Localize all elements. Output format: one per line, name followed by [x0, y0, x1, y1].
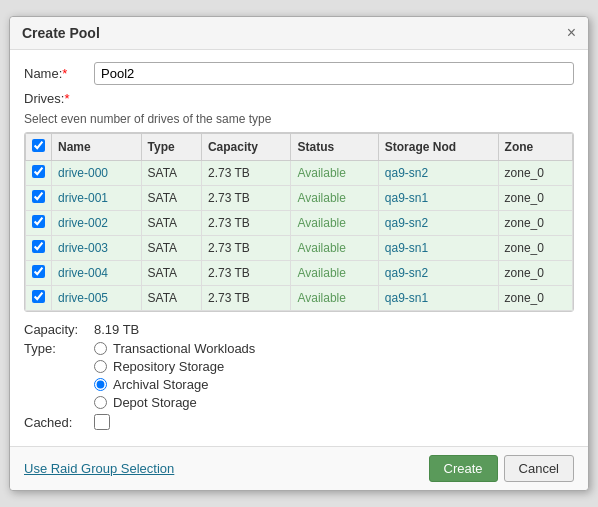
header-checkbox-cell — [26, 134, 52, 161]
row-storage-node: qa9-sn1 — [378, 236, 498, 261]
type-radio-row-repository: Repository Storage — [94, 359, 255, 374]
row-capacity: 2.73 TB — [201, 161, 291, 186]
row-zone: zone_0 — [498, 261, 572, 286]
row-type: SATA — [141, 236, 201, 261]
name-row: Name:* — [24, 62, 574, 85]
header-capacity: Capacity — [201, 134, 291, 161]
row-zone: zone_0 — [498, 286, 572, 311]
row-checkbox-0[interactable] — [32, 165, 45, 178]
create-button[interactable]: Create — [429, 455, 498, 482]
row-zone: zone_0 — [498, 236, 572, 261]
header-status: Status — [291, 134, 378, 161]
header-zone: Zone — [498, 134, 572, 161]
name-label: Name:* — [24, 66, 94, 81]
row-checkbox-cell — [26, 186, 52, 211]
type-radio-label-archival: Archival Storage — [113, 377, 208, 392]
dialog-footer: Use Raid Group Selection Create Cancel — [10, 446, 588, 490]
capacity-label: Capacity: — [24, 322, 94, 337]
table-header-row: Name Type Capacity Status Storage Nod Zo… — [26, 134, 573, 161]
row-name: drive-002 — [52, 211, 142, 236]
type-row: Type: Transactional Workloads Repository… — [24, 341, 574, 410]
row-storage-node: qa9-sn1 — [378, 286, 498, 311]
row-name: drive-004 — [52, 261, 142, 286]
row-status: Available — [291, 236, 378, 261]
row-type: SATA — [141, 186, 201, 211]
row-zone: zone_0 — [498, 211, 572, 236]
row-zone: zone_0 — [498, 186, 572, 211]
row-status: Available — [291, 261, 378, 286]
table-row: drive-004 SATA 2.73 TB Available qa9-sn2… — [26, 261, 573, 286]
row-type: SATA — [141, 161, 201, 186]
table-row: drive-002 SATA 2.73 TB Available qa9-sn2… — [26, 211, 573, 236]
type-radio-row-transactional: Transactional Workloads — [94, 341, 255, 356]
drives-row: Drives:* — [24, 91, 574, 106]
row-checkbox-3[interactable] — [32, 240, 45, 253]
type-radio-row-depot: Depot Storage — [94, 395, 255, 410]
row-type: SATA — [141, 211, 201, 236]
row-zone: zone_0 — [498, 161, 572, 186]
row-checkbox-cell — [26, 286, 52, 311]
row-status: Available — [291, 211, 378, 236]
header-storage-node: Storage Nod — [378, 134, 498, 161]
type-radio-depot[interactable] — [94, 396, 107, 409]
cached-checkbox[interactable] — [94, 414, 110, 430]
dialog-header: Create Pool × — [10, 17, 588, 50]
row-capacity: 2.73 TB — [201, 186, 291, 211]
row-type: SATA — [141, 286, 201, 311]
select-all-checkbox[interactable] — [32, 139, 45, 152]
row-name: drive-003 — [52, 236, 142, 261]
row-status: Available — [291, 286, 378, 311]
row-capacity: 2.73 TB — [201, 261, 291, 286]
row-storage-node: qa9-sn2 — [378, 211, 498, 236]
row-checkbox-cell — [26, 261, 52, 286]
row-name: drive-001 — [52, 186, 142, 211]
cached-row: Cached: — [24, 414, 574, 430]
drives-table-wrapper: Name Type Capacity Status Storage Nod Zo… — [24, 132, 574, 312]
row-capacity: 2.73 TB — [201, 211, 291, 236]
row-storage-node: qa9-sn2 — [378, 161, 498, 186]
header-name: Name — [52, 134, 142, 161]
row-checkbox-1[interactable] — [32, 190, 45, 203]
row-name: drive-005 — [52, 286, 142, 311]
row-checkbox-cell — [26, 211, 52, 236]
type-radio-label-transactional: Transactional Workloads — [113, 341, 255, 356]
type-radio-row-archival: Archival Storage — [94, 377, 255, 392]
capacity-row: Capacity: 8.19 TB — [24, 322, 574, 337]
row-capacity: 2.73 TB — [201, 286, 291, 311]
name-input[interactable] — [94, 62, 574, 85]
footer-buttons: Create Cancel — [429, 455, 575, 482]
cancel-button[interactable]: Cancel — [504, 455, 574, 482]
row-capacity: 2.73 TB — [201, 236, 291, 261]
row-status: Available — [291, 186, 378, 211]
drives-label: Drives:* — [24, 91, 94, 106]
type-radio-archival[interactable] — [94, 378, 107, 391]
capacity-value: 8.19 TB — [94, 322, 139, 337]
type-radio-transactional[interactable] — [94, 342, 107, 355]
row-checkbox-cell — [26, 236, 52, 261]
row-checkbox-cell — [26, 161, 52, 186]
row-type: SATA — [141, 261, 201, 286]
row-checkbox-5[interactable] — [32, 290, 45, 303]
row-checkbox-4[interactable] — [32, 265, 45, 278]
table-row: drive-001 SATA 2.73 TB Available qa9-sn1… — [26, 186, 573, 211]
drives-table: Name Type Capacity Status Storage Nod Zo… — [25, 133, 573, 311]
type-radio-label-depot: Depot Storage — [113, 395, 197, 410]
row-storage-node: qa9-sn2 — [378, 261, 498, 286]
type-radio-group: Transactional Workloads Repository Stora… — [94, 341, 255, 410]
type-label: Type: — [24, 341, 94, 356]
raid-group-selection-link[interactable]: Use Raid Group Selection — [24, 461, 174, 476]
dialog-title: Create Pool — [22, 25, 100, 41]
type-radio-label-repository: Repository Storage — [113, 359, 224, 374]
table-row: drive-003 SATA 2.73 TB Available qa9-sn1… — [26, 236, 573, 261]
type-radio-repository[interactable] — [94, 360, 107, 373]
row-checkbox-2[interactable] — [32, 215, 45, 228]
row-storage-node: qa9-sn1 — [378, 186, 498, 211]
table-row: drive-005 SATA 2.73 TB Available qa9-sn1… — [26, 286, 573, 311]
dialog-body: Name:* Drives:* Select even number of dr… — [10, 50, 588, 446]
close-button[interactable]: × — [567, 25, 576, 41]
cached-label: Cached: — [24, 415, 94, 430]
row-name: drive-000 — [52, 161, 142, 186]
header-type: Type — [141, 134, 201, 161]
create-pool-dialog: Create Pool × Name:* Drives:* Select eve… — [9, 16, 589, 491]
table-row: drive-000 SATA 2.73 TB Available qa9-sn2… — [26, 161, 573, 186]
